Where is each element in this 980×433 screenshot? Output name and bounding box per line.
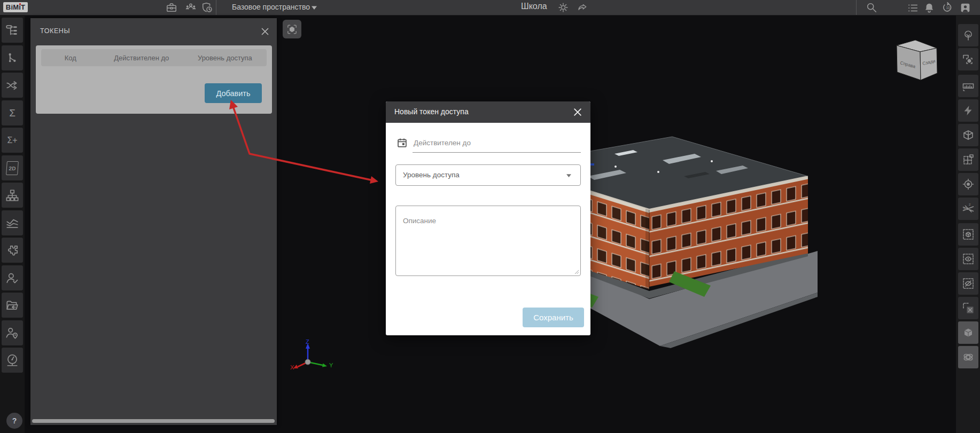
eye-off-icon [962, 277, 975, 290]
tool-model-view[interactable] [958, 321, 978, 344]
modal-header: Новый токен доступа [386, 101, 590, 123]
section-flash-icon [962, 104, 975, 117]
column-access-level: Уровень доступа [183, 54, 267, 62]
project-title: Школа [521, 2, 547, 11]
column-code: Код [41, 54, 100, 62]
add-token-button[interactable]: Добавить [205, 83, 262, 103]
security-shield-clock-icon[interactable] [201, 2, 213, 13]
team-users-icon[interactable] [185, 2, 197, 13]
tool-charts[interactable] [2, 210, 23, 235]
branch-nodes-icon [5, 51, 19, 65]
notifications-bell-icon[interactable] [923, 2, 935, 13]
cube-solid-icon [962, 326, 975, 339]
tokens-panel-title: ТОКЕНЫ [40, 27, 70, 35]
shuffle-icon [5, 78, 19, 92]
app-logo: BiMiT [3, 2, 28, 12]
tool-2d-drawings[interactable]: 2D [2, 155, 23, 180]
tool-hide[interactable] [958, 272, 978, 295]
chevron-down-icon [311, 5, 317, 10]
tokens-close-icon[interactable] [259, 26, 271, 37]
ruler-icon [962, 80, 975, 92]
tokens-table-card: Код Действителен до Уровень доступа Доба… [36, 45, 272, 114]
select-objects-icon [962, 53, 975, 66]
tool-measure-ruler[interactable] [958, 75, 978, 97]
fit-view-button[interactable] [283, 20, 301, 38]
tool-summary-add[interactable]: Σ+ [2, 128, 23, 153]
org-chart-icon [5, 188, 19, 202]
orbit-icon [962, 351, 975, 364]
share-icon[interactable] [577, 2, 588, 13]
axis-label-z: Z [306, 338, 309, 345]
tool-relations[interactable] [2, 73, 23, 98]
field-underline [413, 152, 581, 153]
floor-plan-icon [962, 153, 975, 166]
sigma-plus-icon: Σ+ [7, 136, 17, 145]
section-box-icon [962, 129, 975, 141]
tokens-table-header: Код Действителен до Уровень доступа [41, 49, 267, 66]
valid-until-field[interactable]: Действителен до [396, 135, 581, 154]
axis-label-x: X [290, 364, 294, 371]
measure-axes-icon: 1 2 [962, 202, 975, 215]
fit-view-icon [286, 23, 298, 36]
chevron-down-icon [566, 174, 572, 178]
tool-select-objects[interactable] [958, 48, 978, 70]
workspace-label: Базовое пространство [232, 3, 310, 11]
2d-drawing-icon: 2D [6, 161, 19, 175]
tool-clear-selection[interactable] [958, 297, 978, 319]
eye-icon [962, 253, 975, 265]
tool-user-location[interactable] [2, 320, 23, 345]
search-icon[interactable] [866, 2, 877, 13]
column-valid-until: Действителен до [100, 54, 183, 62]
navigation-cube[interactable]: Справа Сзади [890, 36, 954, 100]
workspace-selector[interactable]: Базовое пространство [224, 0, 331, 15]
horizontal-scrollbar[interactable] [32, 419, 275, 423]
resize-handle-icon[interactable] [574, 270, 579, 274]
tool-structure-tree[interactable] [2, 18, 23, 43]
access-level-label: Уровень доступа [403, 171, 460, 179]
access-level-select[interactable]: Уровень доступа [395, 164, 581, 186]
folder-import-icon [5, 298, 19, 312]
tool-plugins[interactable] [2, 238, 23, 263]
save-button[interactable]: Сохранить [523, 308, 584, 327]
description-placeholder: Описание [403, 217, 436, 225]
axis-gizmo: Z X Y [289, 336, 363, 395]
tool-floor-plans[interactable] [958, 148, 978, 171]
chart-lines-icon [5, 216, 19, 230]
history-count-badge: 10 [945, 6, 951, 10]
modal-title: Новый токен доступа [394, 107, 469, 116]
tool-hierarchy[interactable] [2, 183, 23, 208]
tool-focus-target[interactable] [958, 173, 978, 195]
tool-connections[interactable] [2, 45, 23, 70]
modal-close-icon[interactable] [572, 107, 583, 117]
list-menu-icon[interactable] [907, 2, 919, 14]
tool-environment[interactable] [958, 24, 978, 46]
cube-dashed-icon [962, 228, 975, 241]
tool-section-box[interactable] [958, 124, 978, 146]
new-token-modal: Новый токен доступа Действителен до Уров… [386, 101, 590, 335]
tool-measure-axes[interactable]: 1 2 [958, 198, 978, 220]
focus-target-icon [962, 178, 975, 191]
tool-isolate[interactable] [958, 223, 978, 246]
projects-briefcase-icon[interactable] [166, 2, 177, 13]
tree-icon [962, 29, 975, 42]
settings-gear-icon[interactable] [558, 2, 569, 13]
clear-selection-icon [962, 302, 975, 314]
tool-section-flash[interactable] [958, 99, 978, 122]
tool-orbit-mode[interactable] [958, 346, 978, 368]
tokens-panel: ТОКЕНЫ Код Действителен до Уровень досту… [30, 18, 277, 425]
help-button[interactable]: ? [6, 413, 22, 429]
tool-user-tasks[interactable] [2, 265, 23, 290]
sigma-icon: Σ [9, 108, 15, 118]
user-check-icon [5, 271, 19, 285]
tool-shared-folder[interactable] [2, 293, 23, 318]
tool-summary[interactable]: Σ [2, 100, 23, 125]
user-profile-icon[interactable] [960, 2, 971, 13]
top-bar: BiMiT Базовое пространство Школа [0, 0, 980, 15]
axis-label-y: Y [329, 362, 333, 368]
tool-show[interactable] [958, 248, 978, 270]
tool-dashboard[interactable] [2, 348, 23, 373]
left-toolbar: Σ Σ+ 2D [0, 15, 25, 433]
puzzle-icon [5, 243, 19, 257]
description-textarea[interactable]: Описание [395, 206, 581, 276]
svg-text:2: 2 [969, 203, 971, 206]
